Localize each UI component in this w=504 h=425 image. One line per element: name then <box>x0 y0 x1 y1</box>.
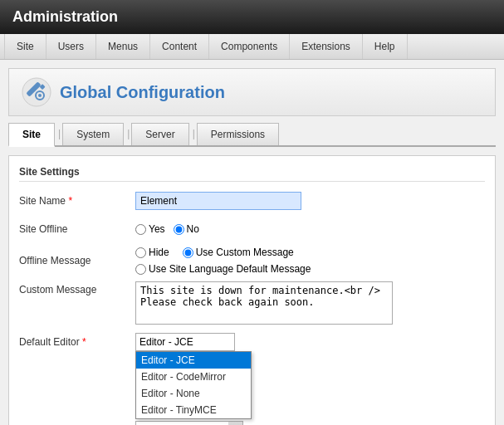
default-access-row: Default Access Level Editor - CodeMirror… <box>19 419 485 425</box>
tab-site[interactable]: Site <box>8 123 55 147</box>
dropdown-option-none[interactable]: Editor - None <box>136 385 251 402</box>
nav-site[interactable]: Site <box>4 34 46 59</box>
offline-message-control: Hide Use Custom Message Use Site Languag… <box>135 247 485 275</box>
custom-message-label: Custom Message <box>19 281 135 296</box>
nav-help[interactable]: Help <box>363 34 408 59</box>
site-name-row: Site Name * <box>19 190 485 212</box>
custom-message-control: This site is down for maintenance.<br />… <box>135 281 485 325</box>
site-offline-label: Site Offline <box>19 223 135 235</box>
default-editor-dropdown: Editor - JCE Editor - CodeMirror Editor … <box>135 333 235 351</box>
site-name-control <box>135 192 485 210</box>
settings-legend: Site Settings <box>19 166 485 182</box>
nav-components[interactable]: Components <box>209 34 290 59</box>
site-offline-control: Yes No <box>135 223 485 235</box>
tab-system[interactable]: System <box>62 123 124 145</box>
admin-header: Administration <box>0 0 504 34</box>
required-star: * <box>68 195 72 207</box>
nav-users[interactable]: Users <box>46 34 96 59</box>
offline-no-radio[interactable] <box>174 224 184 235</box>
default-editor-label: Default Editor * <box>19 336 135 348</box>
access-select-wrapper: Editor - CodeMirror ▼ <box>135 421 243 425</box>
use-site-lang-label[interactable]: Use Site Language Default Message <box>135 263 311 275</box>
custom-message-input[interactable]: This site is down for maintenance.<br />… <box>135 281 393 325</box>
editor-select-wrapper: Editor - JCE Editor - CodeMirror Editor … <box>135 333 235 351</box>
dropdown-option-jce[interactable]: Editor - JCE <box>136 352 251 369</box>
offline-yes-label[interactable]: Yes <box>135 223 165 235</box>
default-editor-control: Editor - JCE Editor - CodeMirror Editor … <box>135 333 485 351</box>
custom-message-row: Custom Message This site is down for mai… <box>19 281 485 325</box>
hide-radio[interactable] <box>135 247 146 258</box>
site-offline-row: Site Offline Yes No <box>19 218 485 240</box>
settings-box: Site Settings Site Name * Site Offline Y… <box>8 155 496 425</box>
admin-title: Administration <box>12 8 118 25</box>
page-content: Global Configuration Site | System | Ser… <box>0 60 504 425</box>
hide-label[interactable]: Hide <box>135 247 169 258</box>
config-icon <box>22 77 51 107</box>
dropdown-option-tinymce[interactable]: Editor - TinyMCE <box>136 402 251 418</box>
offline-message-label: Offline Message <box>19 255 135 266</box>
tab-server[interactable]: Server <box>131 123 188 145</box>
site-name-input[interactable] <box>135 192 301 210</box>
nav-content[interactable]: Content <box>150 34 209 59</box>
offline-message-row: Offline Message Hide Use Custom Message … <box>19 247 485 275</box>
tab-permissions[interactable]: Permissions <box>197 123 279 145</box>
nav-menus[interactable]: Menus <box>96 34 150 59</box>
default-access-select[interactable]: Editor - CodeMirror <box>135 421 243 425</box>
page-title-bar: Global Configuration <box>8 68 496 116</box>
nav-extensions[interactable]: Extensions <box>290 34 363 59</box>
use-custom-radio[interactable] <box>183 247 193 258</box>
nav-bar: Site Users Menus Content Components Exte… <box>0 34 504 60</box>
site-name-label: Site Name * <box>19 195 135 207</box>
use-site-lang-radio[interactable] <box>135 264 146 275</box>
tab-bar: Site | System | Server | Permissions <box>8 123 496 147</box>
page-title: Global Configuration <box>60 83 225 102</box>
editor-dropdown-list: Editor - JCE Editor - CodeMirror Editor … <box>135 351 252 419</box>
offline-yes-radio[interactable] <box>135 224 146 235</box>
dropdown-option-codemirror[interactable]: Editor - CodeMirror <box>136 369 251 385</box>
offline-no-label[interactable]: No <box>174 223 199 235</box>
use-custom-label[interactable]: Use Custom Message <box>183 247 294 258</box>
svg-point-4 <box>38 94 42 97</box>
default-access-control: Editor - CodeMirror ▼ <box>135 421 485 425</box>
default-editor-select[interactable]: Editor - JCE Editor - CodeMirror Editor … <box>135 333 235 351</box>
default-editor-row: Default Editor * Editor - JCE Editor - C… <box>19 331 485 353</box>
